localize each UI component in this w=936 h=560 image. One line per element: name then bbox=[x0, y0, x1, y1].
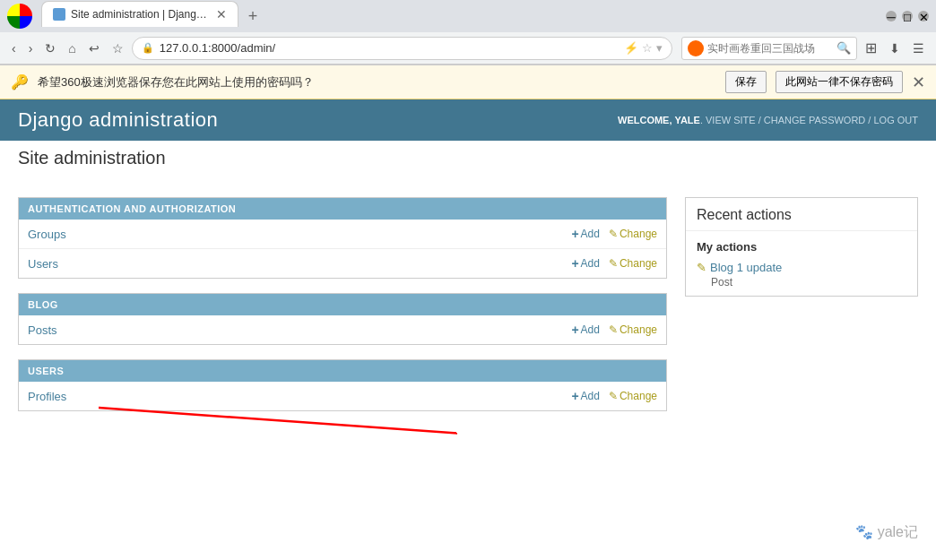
menu-button[interactable]: ☰ bbox=[908, 39, 929, 58]
search-engine-icon bbox=[688, 40, 704, 56]
posts-link[interactable]: Posts bbox=[28, 323, 571, 337]
django-header: Django administration WELCOME, YALE. VIE… bbox=[0, 99, 936, 141]
groups-actions: + Add ✎ Change bbox=[571, 227, 657, 241]
django-admin-title: Django administration bbox=[18, 108, 218, 132]
address-right: ⚡ ☆ ▾ bbox=[624, 41, 663, 55]
users-link[interactable]: Users bbox=[28, 257, 571, 271]
tab-title: Site administration | Django ... bbox=[71, 8, 211, 21]
profiles-change-link[interactable]: ✎ Change bbox=[609, 390, 657, 402]
action-link-text: Blog 1 update bbox=[710, 261, 782, 274]
password-message: 希望360极速浏览器保存您在此网站上使用的密码吗？ bbox=[38, 74, 716, 90]
browser-chrome: Site administration | Django ... ✕ + ─ □… bbox=[0, 0, 936, 65]
username: YALE bbox=[675, 115, 700, 125]
groups-add-label: Add bbox=[581, 228, 600, 240]
groups-add-link[interactable]: + Add bbox=[571, 227, 600, 241]
new-tab-button[interactable]: + bbox=[242, 5, 264, 27]
posts-change-label: Change bbox=[620, 323, 657, 336]
nav-bar: ‹ › ↻ ⌂ ↩ ☆ 🔒 127.0.0.1:8000/admin/ ⚡ ☆ … bbox=[0, 32, 936, 65]
groups-link[interactable]: Groups bbox=[28, 228, 571, 241]
posts-add-label: Add bbox=[581, 323, 600, 336]
dropdown-icon: ▾ bbox=[656, 41, 663, 55]
tab-close-icon[interactable]: ✕ bbox=[216, 7, 227, 22]
main-content: AUTHENTICATION AND AUTHORIZATION Groups … bbox=[18, 197, 667, 479]
close-password-bar-button[interactable]: ✕ bbox=[912, 73, 925, 92]
browser-top-bar: Site administration | Django ... ✕ + ─ □… bbox=[0, 0, 936, 32]
window-close-button[interactable]: ✕ bbox=[918, 11, 929, 22]
address-text: 127.0.0.1:8000/admin/ bbox=[160, 41, 619, 55]
search-area[interactable]: 🔍 bbox=[681, 37, 857, 60]
profiles-change-label: Change bbox=[620, 390, 657, 402]
groups-add-icon: + bbox=[571, 227, 578, 241]
forward-button[interactable]: › bbox=[24, 39, 38, 58]
recent-actions-box: Recent actions My actions ✎ Blog 1 updat… bbox=[685, 197, 918, 297]
groups-row: Groups + Add ✎ Change bbox=[19, 220, 666, 249]
my-actions-header: My actions bbox=[686, 231, 917, 257]
svg-line-1 bbox=[99, 408, 457, 448]
profiles-pencil-icon: ✎ bbox=[609, 390, 618, 402]
users-change-label: Change bbox=[620, 257, 657, 270]
users-pencil-icon: ✎ bbox=[609, 257, 618, 270]
users-add-label: Add bbox=[581, 257, 600, 270]
password-bar: 🔑 希望360极速浏览器保存您在此网站上使用的密码吗？ 保存 此网站一律不保存密… bbox=[0, 65, 936, 99]
browser-logo bbox=[7, 4, 32, 29]
lock-icon: 🔒 bbox=[142, 42, 154, 54]
view-site-link[interactable]: VIEW SITE bbox=[706, 115, 756, 125]
star-button[interactable]: ☆ bbox=[108, 39, 128, 58]
profiles-add-label: Add bbox=[581, 390, 600, 402]
users-actions: + Add ✎ Change bbox=[571, 256, 657, 271]
log-out-link[interactable]: LOG OUT bbox=[873, 115, 918, 125]
users-change-link[interactable]: ✎ Change bbox=[609, 257, 657, 270]
users-add-icon: + bbox=[571, 256, 578, 271]
star-filled-icon: ☆ bbox=[642, 41, 653, 55]
page-title: Site administration bbox=[18, 148, 918, 168]
active-tab[interactable]: Site administration | Django ... ✕ bbox=[41, 1, 238, 27]
home-button[interactable]: ⌂ bbox=[64, 39, 80, 58]
red-arrow-svg bbox=[9, 399, 457, 452]
window-minimize-button[interactable]: ─ bbox=[886, 11, 897, 22]
blog-module: BLOG Posts + Add ✎ Change bbox=[18, 293, 667, 345]
refresh-button[interactable]: ↻ bbox=[40, 39, 60, 58]
action-link[interactable]: ✎ Blog 1 update bbox=[697, 261, 906, 274]
posts-row: Posts + Add ✎ Change bbox=[19, 315, 666, 344]
posts-add-link[interactable]: + Add bbox=[571, 323, 600, 337]
profiles-add-link[interactable]: + Add bbox=[571, 389, 600, 403]
key-icon: 🔑 bbox=[11, 73, 29, 90]
profiles-actions: + Add ✎ Change bbox=[571, 389, 657, 403]
search-icon[interactable]: 🔍 bbox=[836, 41, 851, 55]
django-nav-links: WELCOME, YALE. VIEW SITE / CHANGE PASSWO… bbox=[618, 115, 918, 125]
recent-actions-title: Recent actions bbox=[686, 198, 917, 231]
back-button[interactable]: ‹ bbox=[7, 39, 21, 58]
groups-change-label: Change bbox=[620, 228, 657, 240]
breadcrumb-area: Site administration bbox=[0, 141, 936, 168]
apps-button[interactable]: ⊞ bbox=[861, 37, 881, 59]
welcome-prefix: WELCOME, bbox=[618, 115, 672, 125]
search-input[interactable] bbox=[707, 42, 833, 55]
nav-right-area: 🔍 ⊞ ⬇ ☰ bbox=[681, 37, 929, 60]
posts-change-link[interactable]: ✎ Change bbox=[609, 323, 657, 336]
arrow-annotation bbox=[18, 426, 667, 479]
change-password-link[interactable]: CHANGE PASSWORD bbox=[764, 115, 865, 125]
admin-content: AUTHENTICATION AND AUTHORIZATION Groups … bbox=[0, 183, 936, 494]
auth-module-header: AUTHENTICATION AND AUTHORIZATION bbox=[19, 198, 666, 220]
download-button[interactable]: ⬇ bbox=[885, 39, 905, 58]
posts-add-icon: + bbox=[571, 323, 578, 337]
blog-module-header: BLOG bbox=[19, 294, 666, 315]
tab-bar: Site administration | Django ... ✕ + bbox=[41, 5, 873, 27]
posts-actions: + Add ✎ Change bbox=[571, 323, 657, 337]
address-bar[interactable]: 🔒 127.0.0.1:8000/admin/ ⚡ ☆ ▾ bbox=[132, 37, 672, 60]
groups-change-link[interactable]: ✎ Change bbox=[609, 228, 657, 240]
users-add-link[interactable]: + Add bbox=[571, 256, 600, 271]
sidebar: Recent actions My actions ✎ Blog 1 updat… bbox=[685, 197, 918, 479]
tab-favicon bbox=[53, 8, 65, 21]
lightning-icon: ⚡ bbox=[624, 41, 638, 55]
groups-pencil-icon: ✎ bbox=[609, 228, 618, 240]
action-pencil-icon: ✎ bbox=[697, 261, 706, 274]
undo-button[interactable]: ↩ bbox=[84, 39, 104, 58]
auth-module: AUTHENTICATION AND AUTHORIZATION Groups … bbox=[18, 197, 667, 279]
window-maximize-button[interactable]: □ bbox=[902, 11, 913, 22]
action-type: Post bbox=[711, 276, 906, 289]
users-row: Users + Add ✎ Change bbox=[19, 249, 666, 278]
never-save-password-button[interactable]: 此网站一律不保存密码 bbox=[776, 71, 903, 93]
save-password-button[interactable]: 保存 bbox=[725, 71, 767, 93]
action-item: ✎ Blog 1 update Post bbox=[686, 257, 917, 296]
